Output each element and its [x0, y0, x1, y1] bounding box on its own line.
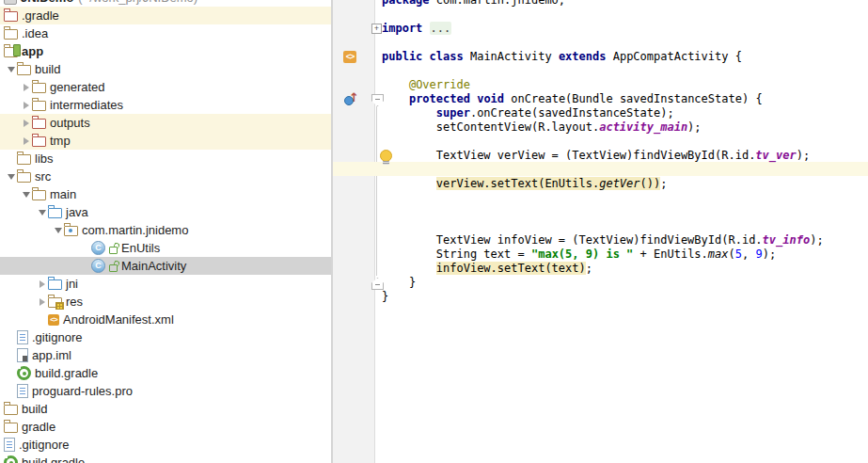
folder-icon [17, 154, 31, 165]
code-token: TextView verView = (TextView)findViewByI… [382, 149, 755, 162]
code-line[interactable]: protected void onCreate(Bundle savedInst… [382, 92, 763, 106]
tree-row-java[interactable]: java [0, 203, 331, 221]
code-line[interactable]: infoView.setText(text); [382, 262, 592, 276]
chevron-right-icon[interactable] [37, 280, 48, 288]
class-icon: C [91, 241, 105, 255]
overrides-method-icon[interactable] [344, 93, 361, 106]
code-line[interactable]: } [382, 276, 416, 290]
code-line[interactable]: String text = "max(5, 9) is " + EnUtils.… [382, 247, 776, 262]
chevron-right-icon[interactable] [37, 298, 48, 306]
chevron-right-icon[interactable] [21, 102, 32, 109]
excluded-folder-icon [32, 119, 46, 129]
tree-row-enutils[interactable]: CEnUtils [0, 239, 331, 257]
chevron-right-icon[interactable] [21, 137, 32, 145]
tree-row--gitignore[interactable]: .gitignore [0, 328, 331, 346]
code-token: max [708, 247, 729, 261]
code-line[interactable]: } [382, 290, 388, 304]
tree-row--idea[interactable]: .idea [0, 24, 331, 42]
tree-row-res[interactable]: res [0, 293, 331, 311]
tree-row-libs[interactable]: libs [0, 150, 331, 168]
code-token: 9 [755, 247, 762, 261]
tree-row-androidmanifest-xml[interactable]: <>AndroidManifest.xml [0, 311, 331, 328]
tree-row-mainactivity[interactable]: CMainActivity [0, 257, 331, 275]
chevron-right-icon[interactable] [21, 84, 32, 91]
module-file-icon [17, 348, 28, 362]
tree-row-app[interactable]: app [0, 42, 331, 60]
tree-row-src[interactable]: src [0, 168, 331, 185]
tree-row-jnidemo[interactable]: JNIDemo(~/work_prj/JNIDemo) [0, 0, 331, 7]
tree-row-main[interactable]: main [0, 185, 331, 203]
text-file-icon [17, 384, 28, 398]
chevron-right-icon[interactable] [21, 120, 32, 127]
code-token: getVer [599, 177, 639, 190]
tree-row--gradle[interactable]: .gradle [0, 7, 331, 24]
code-token: AppCompatActivity { [606, 50, 742, 63]
tree-row-label: build.gradle [22, 455, 85, 463]
code-token [422, 50, 429, 63]
code-line[interactable]: verView.setText(EnUtils.getVer()); [382, 177, 667, 191]
code-token: class [430, 50, 464, 63]
code-token [382, 262, 436, 275]
tree-row--gitignore[interactable]: .gitignore [0, 436, 331, 454]
tree-row-intermediates[interactable]: intermediates [0, 96, 331, 114]
code-line[interactable]: @Override [382, 78, 470, 92]
tree-row-label: EnUtils [121, 241, 160, 255]
related-xml-file-icon[interactable]: <> [343, 51, 356, 63]
tree-row-tmp[interactable]: tmp [0, 132, 331, 150]
tree-row-proguard-rules-pro[interactable]: proguard-rules.pro [0, 382, 331, 400]
code-token: setContentView(R.layout. [382, 120, 599, 134]
tree-row-label: .gitignore [19, 438, 69, 452]
tree-row-build[interactable]: build [0, 400, 331, 418]
fold-expand-icon[interactable]: + [371, 24, 382, 34]
chevron-down-icon[interactable] [6, 67, 17, 72]
code-token: ); [687, 120, 701, 134]
code-token: tv_info [763, 233, 811, 247]
chevron-down-icon[interactable] [21, 192, 32, 198]
intention-bulb-icon[interactable] [380, 150, 392, 166]
code-line[interactable]: setContentView(R.layout.activity_main); [382, 120, 702, 135]
tree-row-build-gradle[interactable]: build.gradle [0, 364, 331, 382]
tree-row-label: main [50, 187, 76, 201]
code-token: .onCreate(savedInstanceState); [470, 106, 674, 120]
code-token: ); [763, 247, 776, 261]
code-token: ()) [640, 177, 661, 190]
code-line[interactable]: TextView verView = (TextView)findViewByI… [382, 149, 810, 163]
chevron-down-icon[interactable] [6, 174, 17, 180]
code-token: import [382, 22, 422, 35]
tree-row-label: src [35, 169, 51, 184]
tree-row-jni[interactable]: jni [0, 275, 331, 293]
code-token: TextView infoView = (TextView)findViewBy… [382, 233, 763, 247]
tree-row-generated[interactable]: generated [0, 78, 331, 96]
folder-icon [4, 405, 18, 415]
code-line[interactable]: super.onCreate(savedInstanceState); [382, 106, 674, 120]
class-icon: C [91, 259, 105, 273]
chevron-down-icon[interactable] [53, 228, 64, 233]
code-token: onCreate(Bundle savedInstanceState) { [504, 92, 763, 105]
tree-row-com-martin-jnidemo[interactable]: com.martin.jnidemo [0, 221, 331, 239]
project-root-path: (~/work_prj/JNIDemo) [78, 0, 197, 5]
editor-gutter [333, 0, 375, 463]
project-tree[interactable]: JNIDemo(~/work_prj/JNIDemo).gradle.ideaa… [0, 0, 331, 463]
tree-row-gradle[interactable]: gradle [0, 418, 331, 436]
tree-row-build-gradle[interactable]: build.gradle [0, 454, 331, 463]
code-editor[interactable]: package com.martin.jnidemo;import ...pub… [333, 0, 868, 463]
code-line[interactable]: package com.martin.jnidemo; [382, 0, 565, 8]
code-token: , [742, 247, 755, 261]
manifest-icon: <> [48, 314, 59, 326]
tree-row-app-iml[interactable]: app.iml [0, 346, 331, 364]
chevron-down-icon[interactable] [37, 210, 48, 216]
excluded-folder-icon [4, 11, 18, 22]
code-line[interactable]: TextView infoView = (TextView)findViewBy… [382, 233, 824, 247]
code-token: ; [660, 177, 667, 190]
code-token [382, 177, 436, 190]
code-line[interactable]: import ... [382, 22, 451, 36]
tree-row-label: intermediates [50, 98, 123, 112]
tree-row-label: proguard-rules.pro [32, 384, 133, 398]
ide-window: JNIDemo(~/work_prj/JNIDemo).gradle.ideaa… [0, 0, 868, 463]
code-line[interactable]: public class MainActivity extends AppCom… [382, 50, 742, 64]
gradle-file-icon [4, 455, 18, 463]
code-token: activity_main [599, 120, 687, 134]
code-token: protected [409, 92, 470, 105]
tree-row-outputs[interactable]: outputs [0, 114, 331, 132]
tree-row-build[interactable]: build [0, 60, 331, 78]
